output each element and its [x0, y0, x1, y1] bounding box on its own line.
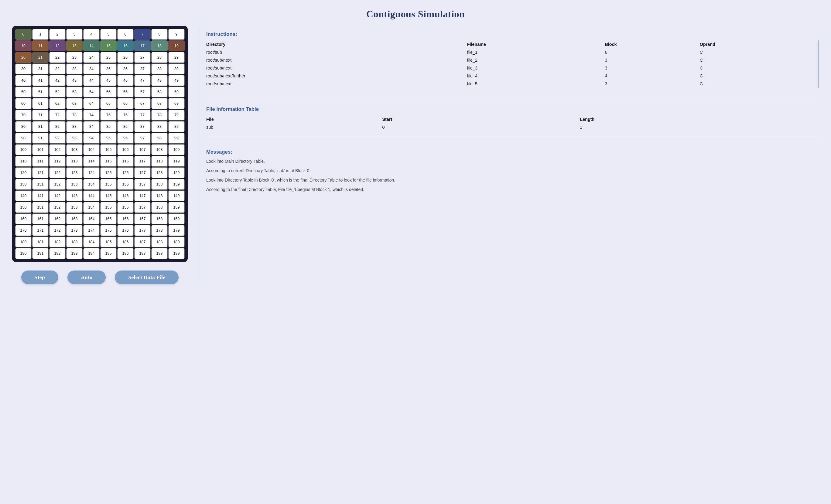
- grid-cell-108: 108: [151, 144, 168, 155]
- grid-cell-192: 192: [49, 248, 66, 259]
- grid-cell-48: 48: [151, 75, 168, 86]
- grid-cell-177: 177: [134, 225, 151, 236]
- grid-cell-16: 16: [117, 40, 134, 51]
- grid-cell-183: 183: [66, 237, 83, 247]
- grid-cell-199: 199: [168, 248, 185, 259]
- grid-cell-157: 157: [134, 202, 151, 213]
- grid-cell-136: 136: [117, 179, 134, 190]
- grid-cell-158: 158: [151, 202, 168, 213]
- grid-cell-60: 60: [15, 98, 32, 109]
- instructions-table: Directory Filename Block Oprand root/sub…: [206, 40, 817, 88]
- step-button[interactable]: Step: [21, 270, 58, 284]
- grid-cell-70: 70: [15, 110, 32, 121]
- grid-cell-30: 30: [15, 63, 32, 75]
- grid-cell-127: 127: [134, 167, 151, 178]
- messages-title: Messages:: [206, 149, 819, 155]
- grid-cell-161: 161: [32, 213, 49, 225]
- message-item-0: Look into Main Directory Table.: [206, 158, 819, 165]
- grid-cell-78: 78: [151, 110, 168, 121]
- grid-cell-62: 62: [49, 98, 66, 109]
- instruction-row-1: root/sub/nextfile_23C: [206, 56, 817, 64]
- grid-cell-197: 197: [134, 248, 151, 259]
- grid-cell-41: 41: [32, 75, 49, 86]
- grid-cell-34: 34: [83, 63, 99, 75]
- grid-cell-23: 23: [66, 52, 83, 63]
- instr-filename-0: file_1: [467, 48, 605, 56]
- grid-cell-88: 88: [151, 121, 168, 132]
- grid-cell-154: 154: [83, 202, 99, 213]
- grid-cell-169: 169: [168, 213, 185, 225]
- grid-cell-153: 153: [66, 202, 83, 213]
- grid-cell-22: 22: [49, 52, 66, 63]
- grid-cell-20: 20: [15, 52, 32, 63]
- instr-block-1: 3: [605, 56, 699, 64]
- grid-cell-77: 77: [134, 110, 151, 121]
- col-oprand: Oprand: [700, 40, 817, 48]
- grid-cell-115: 115: [100, 156, 117, 167]
- grid-cell-168: 168: [151, 213, 168, 225]
- instr-oprand-0: C: [700, 48, 817, 56]
- instr-oprand-1: C: [700, 56, 817, 64]
- grid-cell-146: 146: [117, 190, 134, 201]
- grid-cell-39: 39: [168, 63, 185, 75]
- grid-cell-150: 150: [15, 202, 32, 213]
- grid-cell-128: 128: [151, 167, 168, 178]
- grid-cell-155: 155: [100, 202, 117, 213]
- grid-cell-45: 45: [100, 75, 117, 86]
- instr-block-4: 3: [605, 80, 699, 88]
- page-title: Contiguous Simulation: [0, 0, 831, 26]
- instr-block-0: 6: [605, 48, 699, 56]
- col-filename: Filename: [467, 40, 605, 48]
- grid-cell-105: 105: [100, 144, 117, 155]
- grid-cell-156: 156: [117, 202, 134, 213]
- instruction-row-2: root/sub/nextfile_33C: [206, 64, 817, 72]
- instruction-row-3: root/sub/next/furtherfile_44C: [206, 72, 817, 80]
- grid-cell-58: 58: [151, 87, 168, 97]
- instructions-title: Instructions:: [206, 31, 819, 37]
- grid-cell-137: 137: [134, 179, 151, 190]
- grid-cell-196: 196: [117, 248, 134, 259]
- grid-cell-164: 164: [83, 213, 99, 225]
- grid-cell-11: 11: [32, 40, 49, 51]
- grid-cell-172: 172: [49, 225, 66, 236]
- grid-cell-117: 117: [134, 156, 151, 167]
- instr-filename-1: file_2: [467, 56, 605, 64]
- auto-button[interactable]: Auto: [67, 270, 106, 284]
- grid-cell-40: 40: [15, 75, 32, 86]
- grid-cell-68: 68: [151, 98, 168, 109]
- instr-oprand-3: C: [700, 72, 817, 80]
- instr-filename-4: file_5: [467, 80, 605, 88]
- grid-cell-130: 130: [15, 179, 32, 190]
- grid-cell-79: 79: [168, 110, 185, 121]
- grid-cell-37: 37: [134, 63, 151, 75]
- col-directory: Directory: [206, 40, 467, 48]
- grid-cell-12: 12: [49, 40, 66, 51]
- grid-cell-38: 38: [151, 63, 168, 75]
- grid-cell-195: 195: [100, 248, 117, 259]
- grid-cell-87: 87: [134, 121, 151, 132]
- grid-cell-92: 92: [49, 133, 66, 144]
- grid-cell-31: 31: [32, 63, 49, 75]
- select-data-file-button[interactable]: Select Data File: [115, 270, 179, 284]
- grid-cell-25: 25: [100, 52, 117, 63]
- grid-cell-118: 118: [151, 156, 168, 167]
- grid-cell-109: 109: [168, 144, 185, 155]
- grid-cell-65: 65: [100, 98, 117, 109]
- grid-cell-180: 180: [15, 237, 32, 247]
- grid-cell-2: 2: [49, 29, 66, 40]
- grid-cell-54: 54: [83, 87, 99, 97]
- instr-directory-2: root/sub/next: [206, 64, 467, 72]
- grid-cell-43: 43: [66, 75, 83, 86]
- separator: [206, 96, 819, 96]
- grid-cell-120: 120: [15, 167, 32, 178]
- grid-cell-95: 95: [100, 133, 117, 144]
- grid-cell-49: 49: [168, 75, 185, 86]
- grid-cell-9: 9: [168, 29, 185, 40]
- right-panel: Instructions: Directory Filename Block O…: [206, 26, 819, 196]
- grid-cell-149: 149: [168, 190, 185, 201]
- grid-cell-32: 32: [49, 63, 66, 75]
- grid-cell-73: 73: [66, 110, 83, 121]
- grid-cell-114: 114: [83, 156, 99, 167]
- instructions-scroll[interactable]: Directory Filename Block Oprand root/sub…: [206, 40, 819, 88]
- instr-directory-3: root/sub/next/further: [206, 72, 467, 80]
